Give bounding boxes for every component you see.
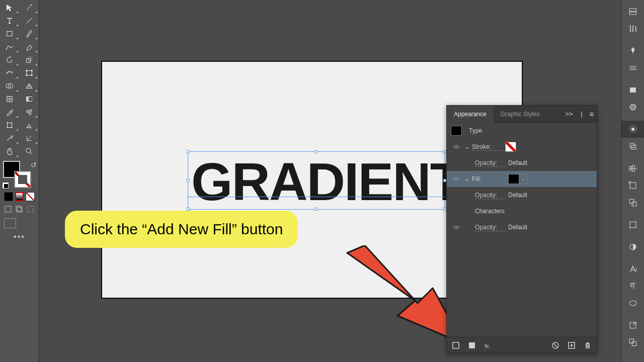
gradient-tool[interactable] — [20, 93, 39, 106]
callout-text: Click the “Add New Fill” button — [80, 221, 283, 237]
expand-toggle-icon[interactable]: ⌄ — [462, 175, 472, 183]
draw-normal-icon[interactable] — [4, 205, 12, 213]
duplicate-item-button[interactable] — [567, 340, 577, 350]
stroke-label[interactable]: Stroke: — [472, 143, 502, 151]
fill-color-dropdown[interactable]: ⌄ — [519, 174, 527, 184]
svg-point-23 — [455, 178, 457, 180]
opacity-label[interactable]: Opacity: — [475, 159, 505, 167]
column-graph-tool[interactable] — [20, 119, 39, 132]
collapse-panel-button[interactable]: >> — [561, 110, 577, 118]
rotate-tool[interactable] — [0, 53, 20, 66]
zoom-tool[interactable] — [20, 145, 39, 158]
opacity-label[interactable]: Opacity: — [475, 192, 505, 199]
characters-opacity-row[interactable]: Opacity: Default — [447, 219, 597, 235]
characters-label: Characters — [475, 208, 505, 215]
graphic-styles-panel-icon[interactable] — [621, 138, 644, 155]
eyedropper-tool[interactable] — [0, 106, 20, 119]
fill-color-swatch[interactable] — [508, 174, 519, 184]
pathfinder-panel-icon[interactable] — [621, 194, 644, 211]
type-tool[interactable] — [0, 14, 20, 27]
color-mode-solid[interactable] — [4, 192, 13, 201]
hand-tool[interactable] — [0, 145, 20, 158]
shape-builder-tool[interactable] — [0, 79, 20, 93]
scale-tool[interactable] — [20, 53, 39, 66]
perspective-grid-tool[interactable] — [20, 79, 39, 93]
visibility-toggle-icon[interactable] — [451, 143, 462, 151]
transform-panel-icon[interactable] — [621, 177, 644, 194]
visibility-toggle-icon[interactable] — [451, 223, 462, 231]
characters-row[interactable]: Characters — [447, 203, 597, 219]
svg-rect-0 — [7, 32, 13, 36]
svg-point-14 — [30, 110, 32, 112]
add-new-effect-button[interactable]: fx. — [483, 340, 493, 350]
resize-handle[interactable] — [315, 208, 318, 211]
slice-tool[interactable] — [0, 132, 20, 145]
appearance-fill-row[interactable]: ⌄ Fill: ⌄ — [447, 171, 597, 187]
artboard-tool[interactable] — [0, 119, 20, 132]
magic-wand-tool[interactable] — [20, 1, 39, 14]
draw-inside-icon[interactable] — [26, 205, 34, 213]
brushes-panel-icon[interactable] — [621, 59, 644, 76]
rectangle-tool[interactable] — [0, 27, 20, 40]
canvas-text[interactable]: GRADIENT — [191, 155, 462, 208]
appearance-stroke-row[interactable]: ⌄ Stroke: — [447, 139, 597, 155]
add-new-stroke-button[interactable] — [451, 340, 461, 350]
svg-point-36 — [631, 128, 635, 131]
tab-appearance[interactable]: Appearance — [447, 106, 494, 123]
paragraph-panel-icon[interactable] — [621, 278, 644, 295]
properties-panel-icon[interactable] — [621, 3, 644, 20]
fill-opacity-row[interactable]: Opacity: Default — [447, 187, 597, 203]
delete-item-button[interactable] — [583, 340, 593, 350]
transparency-panel-icon[interactable] — [621, 238, 644, 255]
direct-selection-tool[interactable] — [0, 1, 20, 14]
stroke-swatch[interactable] — [14, 171, 31, 188]
add-new-fill-button[interactable] — [467, 340, 477, 350]
character-panel-icon[interactable] — [621, 260, 644, 278]
svg-rect-18 — [5, 206, 11, 212]
color-mode-gradient[interactable] — [15, 192, 24, 201]
libraries-panel-icon[interactable] — [621, 20, 644, 37]
opacity-label[interactable]: Opacity: — [475, 224, 505, 231]
blend-tool[interactable] — [20, 132, 39, 145]
clear-appearance-button[interactable] — [550, 340, 560, 350]
width-tool[interactable] — [0, 66, 20, 79]
artboards-panel-icon[interactable] — [621, 216, 644, 233]
appearance-panel-icon[interactable] — [621, 121, 644, 138]
resize-handle[interactable] — [187, 179, 190, 182]
draw-behind-icon[interactable] — [15, 205, 23, 213]
free-transform-tool[interactable] — [20, 66, 39, 79]
swap-fill-stroke-icon[interactable]: ↺ — [31, 161, 37, 169]
appearance-type-row[interactable]: Type — [447, 123, 597, 139]
align-panel-icon[interactable] — [621, 160, 644, 177]
expand-toggle-icon[interactable]: ⌄ — [462, 143, 472, 150]
paintbrush-tool[interactable] — [20, 27, 39, 40]
appearance-list: Type ⌄ Stroke: Opacity: Default ⌄ Fill: … — [447, 123, 597, 337]
tab-graphic-styles[interactable]: Graphic Styles — [494, 106, 547, 123]
selection-bounding-box[interactable]: GRADIENT — [188, 151, 445, 210]
color-panel-icon[interactable] — [621, 99, 644, 116]
svg-rect-26 — [469, 342, 475, 348]
visibility-toggle-icon[interactable] — [451, 175, 462, 183]
opentype-panel-icon[interactable] — [621, 295, 644, 312]
links-panel-icon[interactable] — [621, 317, 644, 334]
shaper-tool[interactable] — [0, 40, 20, 53]
default-fill-stroke-icon[interactable] — [2, 182, 9, 189]
stroke-opacity-row[interactable]: Opacity: Default — [447, 155, 597, 171]
stroke-color-swatch[interactable] — [505, 142, 516, 152]
resize-handle[interactable] — [187, 150, 190, 153]
mesh-tool[interactable] — [0, 93, 20, 106]
eraser-tool[interactable] — [20, 40, 39, 53]
color-mode-none[interactable] — [26, 192, 35, 201]
symbols-panel-icon[interactable] — [621, 42, 644, 59]
line-segment-tool[interactable] — [20, 14, 39, 27]
svg-rect-49 — [632, 341, 636, 345]
svg-point-8 — [31, 74, 32, 75]
asset-export-panel-icon[interactable] — [621, 334, 644, 351]
symbol-sprayer-tool[interactable] — [20, 106, 39, 119]
swatches-panel-icon[interactable] — [621, 81, 644, 99]
edit-toolbar-button[interactable]: ••• — [0, 232, 39, 241]
resize-handle[interactable] — [315, 150, 318, 153]
screen-mode-button[interactable] — [4, 218, 16, 228]
fill-stroke-control[interactable]: ↺ — [0, 160, 39, 189]
panel-menu-icon[interactable]: ≡ — [587, 110, 597, 118]
